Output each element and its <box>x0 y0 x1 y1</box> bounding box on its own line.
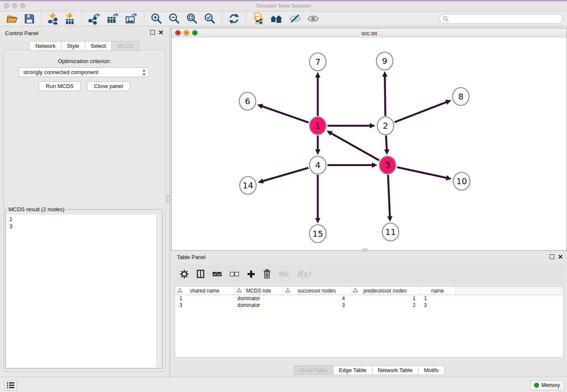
tab-mcds[interactable]: MCDS <box>112 41 139 51</box>
mcds-result-box[interactable]: 13 <box>6 215 161 367</box>
graph-node-3[interactable]: 3 <box>380 156 396 174</box>
memory-button[interactable]: Memory <box>530 380 564 390</box>
table-panel-title: Table Panel <box>177 254 206 260</box>
svg-text:4: 4 <box>315 160 321 170</box>
open-session-button[interactable] <box>3 12 20 25</box>
graph-node-2[interactable]: 2 <box>377 117 394 135</box>
import-network-button[interactable] <box>45 12 61 25</box>
tab-style[interactable]: Style <box>61 41 85 51</box>
graph-node-4[interactable]: 4 <box>310 156 326 174</box>
svg-text:7: 7 <box>315 57 321 67</box>
task-history-button[interactable] <box>4 380 17 390</box>
toolbar-separator <box>144 12 145 25</box>
tab-node-table[interactable]: Node Table <box>294 365 333 375</box>
close-panel-icon[interactable] <box>159 30 163 35</box>
refresh-button[interactable] <box>226 12 242 25</box>
clear-selection-button[interactable] <box>230 271 239 277</box>
status-bar: Memory <box>0 377 567 392</box>
graph-node-7[interactable]: 7 <box>310 53 326 71</box>
float-table-panel-icon[interactable] <box>550 254 554 259</box>
graph-edge-2-8[interactable] <box>394 100 451 122</box>
tab-network[interactable]: Network <box>29 41 61 51</box>
criterion-value: strongly connected component <box>23 69 98 75</box>
tab-edge-table[interactable]: Edge Table <box>333 365 372 375</box>
zoom-in-button[interactable] <box>149 12 165 25</box>
table-cell[interactable]: 3 <box>420 302 456 308</box>
select-all-button[interactable] <box>212 271 222 277</box>
column-header-mcds-role[interactable]: MCDS role <box>234 287 283 295</box>
import-table-button[interactable] <box>62 12 77 25</box>
graph-edge-1-2[interactable] <box>328 123 375 128</box>
titlebar-accent <box>0 0 567 1</box>
float-panel-icon[interactable] <box>150 30 155 35</box>
graph-edge-2-9[interactable] <box>382 71 387 116</box>
zoom-selected-button[interactable] <box>202 12 218 25</box>
graph-node-1[interactable]: 1 <box>310 117 326 135</box>
column-header-successor-nodes[interactable]: successor nodes <box>283 287 351 295</box>
table-cell[interactable]: 1 <box>351 295 420 301</box>
svg-text:15: 15 <box>312 229 323 239</box>
close-table-panel-icon[interactable] <box>558 254 563 259</box>
horizontal-splitter-handle[interactable] <box>363 248 367 251</box>
graph-edge-3-11[interactable] <box>387 175 392 222</box>
table-row[interactable]: 3dominator323 <box>175 302 563 309</box>
table-cell[interactable]: 3 <box>175 302 234 308</box>
home-button[interactable] <box>268 12 285 25</box>
clone-network-button[interactable] <box>250 12 266 25</box>
graph-node-11[interactable]: 11 <box>383 223 399 241</box>
network-window-titlebar[interactable]: scc.txt <box>172 28 567 38</box>
table-cell[interactable]: 1 <box>420 295 456 301</box>
save-session-button[interactable] <box>22 12 37 25</box>
search-input[interactable] <box>439 14 563 24</box>
control-panel-tabs: Network Style Select MCDS <box>0 41 169 51</box>
column-header-name[interactable]: name <box>420 287 456 295</box>
graph-edge-4-15[interactable] <box>315 175 320 224</box>
hierarchy-sort-icon <box>353 288 358 293</box>
graph-node-14[interactable]: 14 <box>240 177 256 194</box>
graph-edge-4-14[interactable] <box>258 168 308 183</box>
export-image-button[interactable] <box>123 12 140 25</box>
zoom-out-button[interactable] <box>166 12 182 25</box>
graph-node-9[interactable]: 9 <box>377 52 393 70</box>
table-cell[interactable]: dominator <box>234 302 283 308</box>
criterion-select[interactable]: strongly connected component <box>19 67 149 77</box>
table-row[interactable]: 1dominator411 <box>175 295 563 302</box>
graph-node-8[interactable]: 8 <box>453 88 469 105</box>
graph-edge-2-3[interactable] <box>384 135 389 155</box>
column-header-shared-name[interactable]: shared name <box>175 287 234 295</box>
run-mcds-button[interactable]: Run MCDS <box>39 81 81 91</box>
export-table-button[interactable] <box>105 12 121 25</box>
column-label: name <box>431 288 444 294</box>
export-network-button[interactable] <box>86 12 103 25</box>
network-canvas[interactable]: 7968124314101511 <box>172 38 567 250</box>
table-cell[interactable]: 3 <box>283 302 351 308</box>
table-cell[interactable]: 2 <box>351 302 420 308</box>
table-settings-button[interactable] <box>180 270 189 279</box>
graph-edge-3-10[interactable] <box>397 167 451 180</box>
zoom-fit-button[interactable] <box>184 12 200 25</box>
close-panel-button[interactable]: Close panel <box>87 81 130 91</box>
hide-selected-button[interactable] <box>286 12 303 25</box>
refresh-icon <box>228 13 239 24</box>
add-row-button[interactable] <box>247 270 255 278</box>
result-scrollbar[interactable] <box>156 215 161 367</box>
tab-select[interactable]: Select <box>85 41 112 51</box>
graph-node-6[interactable]: 6 <box>239 92 256 110</box>
show-column-button[interactable] <box>197 270 204 278</box>
table-cell[interactable]: dominator <box>234 295 283 301</box>
graph-edge-1-4[interactable] <box>315 135 320 155</box>
column-header-predecessor-nodes[interactable]: predecessor nodes <box>351 287 420 295</box>
graph-node-10[interactable]: 10 <box>454 172 470 190</box>
graph-edge-3-1[interactable] <box>327 131 379 160</box>
graph-edge-1-6[interactable] <box>257 104 309 122</box>
delete-row-button[interactable] <box>263 269 271 279</box>
table-cell[interactable]: 4 <box>283 295 351 301</box>
vertical-splitter-handle[interactable] <box>167 195 170 202</box>
show-all-button[interactable] <box>305 12 321 25</box>
tab-network-table[interactable]: Network Table <box>372 365 418 375</box>
table-cell[interactable]: 1 <box>175 295 234 301</box>
graph-node-15[interactable]: 15 <box>310 225 326 243</box>
graph-edge-1-7[interactable] <box>315 72 320 116</box>
graph-edge-4-3[interactable] <box>328 163 377 168</box>
tab-motifs[interactable]: Motifs <box>418 365 445 375</box>
